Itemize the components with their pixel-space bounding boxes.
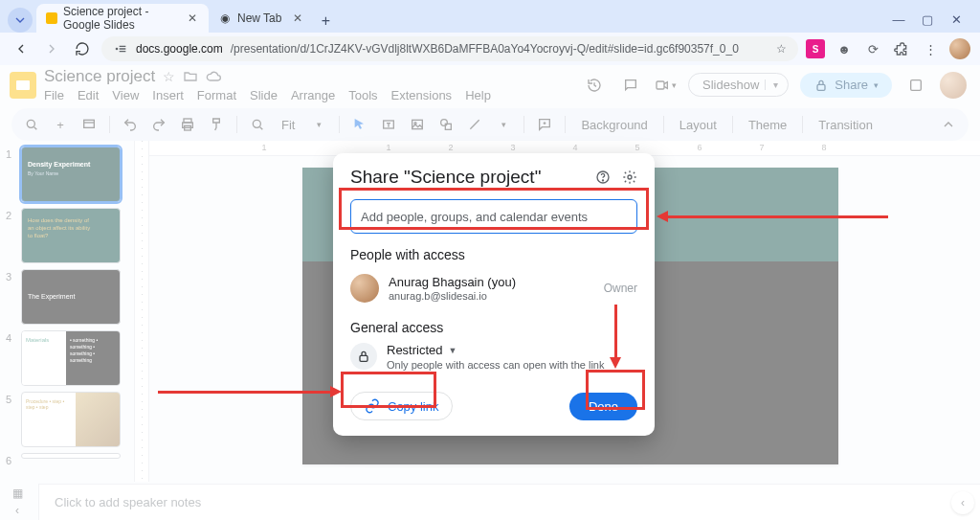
share-label: Share: [835, 78, 868, 92]
bookmark-star-icon[interactable]: ☆: [776, 42, 787, 56]
slide-thumb[interactable]: The Experiment: [21, 269, 121, 325]
window-maximize-icon[interactable]: ▢: [921, 12, 934, 27]
slide-thumb[interactable]: How does the density of an object affect…: [21, 208, 121, 263]
tab-search-icon[interactable]: [8, 8, 33, 33]
comments-icon[interactable]: [618, 73, 643, 98]
tab-close-icon[interactable]: ✕: [188, 11, 197, 25]
link-icon: [365, 398, 380, 414]
nav-forward-icon[interactable]: [40, 37, 63, 60]
browser-tab[interactable]: ◉ New Tab ✕: [209, 4, 314, 33]
new-slide-layout-icon[interactable]: [78, 114, 100, 135]
nav-reload-icon[interactable]: [71, 37, 94, 60]
toolbar-layout[interactable]: Layout: [674, 118, 723, 132]
share-button[interactable]: Share ▾: [800, 73, 892, 98]
slideshow-label: Slideshow: [702, 78, 759, 92]
browser-profile-avatar[interactable]: [949, 38, 970, 59]
thumb-subtitle: By Your Name: [28, 170, 58, 176]
zoom-level[interactable]: Fit: [276, 118, 301, 132]
menu-view[interactable]: View: [112, 88, 139, 102]
collapse-toolbar-icon[interactable]: [938, 114, 959, 135]
menu-arrange[interactable]: Arrange: [291, 88, 335, 102]
move-folder-icon[interactable]: [183, 69, 198, 84]
paint-format-icon[interactable]: [206, 114, 227, 135]
thumb-number: 3: [6, 269, 15, 325]
address-bar[interactable]: docs.google.com/presentation/d/1CrJZ4KV-…: [101, 36, 798, 61]
slide-thumb[interactable]: Materials • something • something • some…: [21, 330, 121, 386]
share-people-input[interactable]: [350, 199, 637, 234]
browser-menu-icon[interactable]: ⋮: [921, 39, 940, 58]
present-panel-icon[interactable]: [903, 73, 928, 98]
speaker-notes[interactable]: Click to add speaker notes: [38, 484, 980, 520]
zoom-icon[interactable]: [247, 114, 268, 135]
window-minimize-icon[interactable]: —: [892, 12, 905, 27]
browser-tab-title: New Tab: [237, 11, 281, 25]
line-tool-icon[interactable]: [464, 114, 485, 135]
explore-button[interactable]: ‹: [951, 491, 974, 514]
line-dropdown-icon[interactable]: ▾: [493, 114, 514, 135]
ruler-tick: 3: [510, 143, 515, 152]
window-close-icon[interactable]: ✕: [949, 12, 963, 27]
select-tool-icon[interactable]: [349, 114, 370, 135]
copy-link-button[interactable]: Copy link: [350, 392, 453, 420]
toolbar-theme[interactable]: Theme: [743, 118, 792, 132]
ruler-tick: 1: [386, 143, 390, 152]
textbox-tool-icon[interactable]: [378, 114, 399, 135]
extension-icon[interactable]: ⟳: [863, 39, 882, 58]
star-icon[interactable]: ☆: [163, 69, 175, 84]
grid-view-icon[interactable]: ▦: [12, 486, 23, 500]
print-icon[interactable]: [177, 114, 198, 135]
access-mode-dropdown[interactable]: Restricted ▼: [387, 343, 604, 357]
svg-point-17: [628, 175, 632, 179]
meet-icon[interactable]: ▾: [655, 73, 677, 98]
thumb-left: Materials: [22, 331, 66, 385]
chevron-left-icon[interactable]: ‹: [15, 504, 19, 517]
menu-edit[interactable]: Edit: [78, 88, 99, 102]
history-icon[interactable]: [582, 73, 607, 98]
slide-thumb[interactable]: Density Experiment By Your Name: [21, 147, 121, 202]
help-icon[interactable]: [595, 170, 611, 185]
cloud-status-icon[interactable]: [206, 69, 221, 84]
browser-tab-active[interactable]: Science project - Google Slides ✕: [36, 4, 209, 33]
menu-tools[interactable]: Tools: [348, 88, 377, 102]
menu-insert[interactable]: Insert: [152, 88, 184, 102]
thumb-title: Density Experiment: [28, 161, 90, 168]
new-tab-button[interactable]: +: [314, 10, 337, 33]
zoom-dropdown-icon[interactable]: ▾: [308, 114, 329, 135]
slides-logo-icon[interactable]: [10, 72, 36, 99]
shape-tool-icon[interactable]: [435, 114, 457, 135]
search-menus-icon[interactable]: [21, 114, 42, 135]
menu-extensions[interactable]: Extensions: [391, 88, 453, 102]
menu-file[interactable]: File: [44, 88, 64, 102]
slideshow-dropdown-icon[interactable]: ▾: [765, 79, 778, 90]
menu-help[interactable]: Help: [465, 88, 491, 102]
menu-format[interactable]: Format: [197, 88, 236, 102]
redo-icon[interactable]: [148, 114, 169, 135]
new-slide-icon[interactable]: +: [50, 114, 71, 135]
menu-slide[interactable]: Slide: [250, 88, 278, 102]
user-avatar[interactable]: [940, 72, 967, 99]
slideshow-button[interactable]: Slideshow ▾: [688, 73, 789, 97]
ruler-tick: 5: [635, 143, 639, 152]
document-title[interactable]: Science project: [44, 67, 155, 86]
slide-thumb[interactable]: [21, 453, 121, 459]
tab-close-icon[interactable]: ✕: [293, 11, 302, 25]
extension-icon[interactable]: ☻: [835, 39, 854, 58]
extensions-puzzle-icon[interactable]: [892, 39, 911, 58]
ruler-tick: 7: [759, 143, 764, 152]
thumb-right: [76, 393, 120, 446]
nav-back-icon[interactable]: [10, 37, 33, 60]
undo-icon[interactable]: [120, 114, 141, 135]
vertical-ruler: [134, 141, 149, 482]
slide-thumb[interactable]: Procedure • step • step • step: [21, 392, 121, 447]
toolbar-transition[interactable]: Transition: [813, 118, 879, 132]
done-button[interactable]: Done: [569, 393, 637, 420]
comment-tool-icon[interactable]: [534, 114, 555, 135]
site-info-icon[interactable]: [113, 41, 128, 57]
extension-icon[interactable]: S: [806, 39, 825, 58]
toolbar-background[interactable]: Background: [575, 118, 653, 132]
image-tool-icon[interactable]: [407, 114, 428, 135]
settings-gear-icon[interactable]: [622, 170, 637, 185]
url-path: /presentation/d/1CrJZ4KV-vGVdlj8ltWXB6Da…: [231, 42, 739, 56]
access-mode-description: Only people with access can open with th…: [387, 359, 604, 371]
share-person-row: Anurag Bhagsain (you) anurag.b@slidesai.…: [350, 270, 637, 306]
